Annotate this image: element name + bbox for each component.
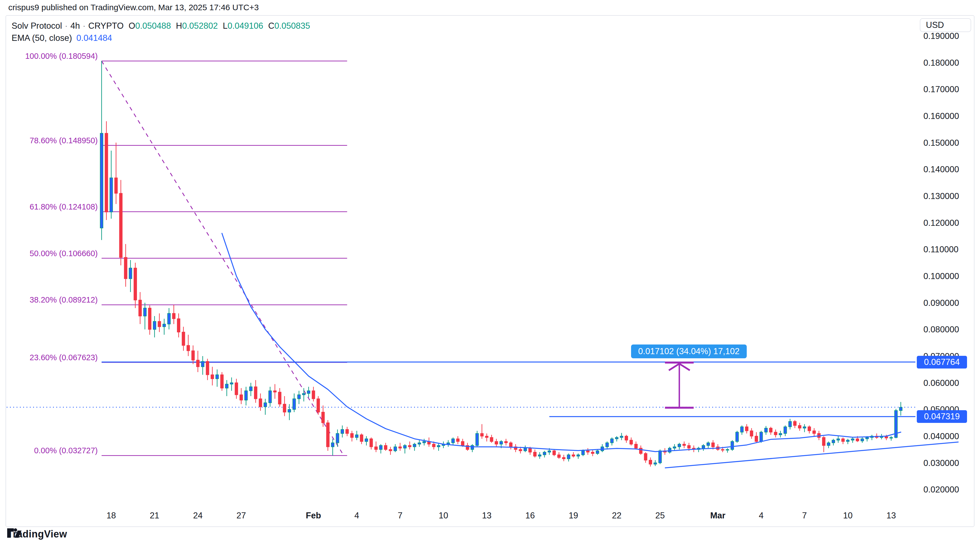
tradingview-logo[interactable]: TradingView bbox=[7, 528, 67, 540]
price-scale-label[interactable]: 0.040000 bbox=[923, 431, 959, 441]
chart-plot[interactable]: 100.00% (0.180594)78.60% (0.148950)61.80… bbox=[0, 0, 980, 546]
fib-level-label: 100.00% (0.180594) bbox=[25, 52, 98, 60]
price-scale-label[interactable]: 0.170000 bbox=[923, 84, 959, 94]
time-scale-label[interactable]: 18 bbox=[107, 511, 116, 521]
time-scale-label[interactable]: 22 bbox=[612, 511, 621, 521]
price-scale-label[interactable]: 0.130000 bbox=[923, 191, 959, 201]
currency-toggle-button[interactable]: USD bbox=[920, 18, 971, 32]
indicator-row: EMA (50, close)0.041484 bbox=[11, 32, 310, 44]
fib-level-label: 61.80% (0.124108) bbox=[30, 202, 98, 211]
price-scale-label[interactable]: 0.100000 bbox=[923, 271, 959, 281]
price-scale-label[interactable]: 0.020000 bbox=[923, 485, 959, 494]
price-label-resistance: 0.067764 bbox=[917, 356, 967, 369]
measure-tool-label[interactable]: 0.017102 (34.04%) 17,102 bbox=[631, 344, 747, 358]
price-scale-label[interactable]: 0.110000 bbox=[923, 245, 958, 254]
close-value: 0.050835 bbox=[274, 21, 310, 31]
separator-dot: · bbox=[80, 21, 88, 31]
fib-level-label: 50.00% (0.106660) bbox=[30, 249, 98, 258]
price-scale-label[interactable]: 0.080000 bbox=[923, 325, 959, 334]
time-scale-label[interactable]: 7 bbox=[802, 511, 807, 521]
legend: Solv Protocol·4h·CRYPTOO0.050488H0.05280… bbox=[11, 20, 310, 44]
high-value: 0.052802 bbox=[182, 21, 218, 31]
price-scale-label[interactable]: 0.120000 bbox=[923, 218, 959, 228]
time-scale-label[interactable]: 16 bbox=[525, 511, 535, 521]
fib-level-label: 23.60% (0.067623) bbox=[30, 353, 98, 362]
market-label: CRYPTO bbox=[88, 21, 124, 31]
price-scale-label[interactable]: 0.160000 bbox=[923, 111, 959, 121]
low-key: L bbox=[218, 21, 228, 31]
time-scale-label[interactable]: 21 bbox=[150, 511, 159, 521]
tradingview-published-chart: crispus9 published on TradingView.com, M… bbox=[0, 0, 980, 546]
fib-level-label: 0.00% (0.032727) bbox=[34, 446, 98, 455]
low-value: 0.049106 bbox=[228, 21, 263, 31]
symbol-row: Solv Protocol·4h·CRYPTOO0.050488H0.05280… bbox=[11, 20, 310, 32]
price-scale-label[interactable]: 0.060000 bbox=[923, 378, 959, 388]
high-key: H bbox=[171, 21, 182, 31]
price-scale-label[interactable]: 0.140000 bbox=[923, 164, 959, 174]
time-scale-label[interactable]: 10 bbox=[843, 511, 853, 521]
close-key: C bbox=[263, 21, 274, 31]
time-scale-label[interactable]: 25 bbox=[655, 511, 665, 521]
fib-level-label: 38.20% (0.089212) bbox=[30, 295, 98, 304]
time-scale-label[interactable]: 19 bbox=[569, 511, 578, 521]
ema-value: 0.041484 bbox=[72, 33, 112, 43]
price-scale-label[interactable]: 0.150000 bbox=[923, 138, 959, 148]
price-scale-label[interactable]: 0.190000 bbox=[923, 31, 959, 41]
interval-label[interactable]: 4h bbox=[70, 21, 80, 31]
tradingview-logo-icon bbox=[7, 528, 22, 538]
separator-dot: · bbox=[62, 21, 70, 31]
time-scale-label[interactable]: Mar bbox=[710, 511, 725, 521]
time-scale-label[interactable]: 4 bbox=[355, 511, 359, 521]
price-label-breakout: 0.047319 bbox=[917, 410, 967, 423]
time-scale-label[interactable]: 27 bbox=[237, 511, 246, 521]
time-scale-label[interactable]: 4 bbox=[759, 511, 764, 521]
price-scale-label[interactable]: 0.180000 bbox=[923, 58, 959, 68]
time-scale-label[interactable]: 13 bbox=[482, 511, 492, 521]
time-scale-label[interactable]: 24 bbox=[193, 511, 203, 521]
time-scale-label[interactable]: 13 bbox=[886, 511, 896, 521]
open-key: O bbox=[124, 21, 135, 31]
price-scale-label[interactable]: 0.030000 bbox=[923, 458, 959, 468]
candlestick-series bbox=[100, 61, 902, 466]
time-scale-label[interactable]: 10 bbox=[439, 511, 448, 521]
time-scale-label[interactable]: Feb bbox=[306, 511, 321, 521]
price-scale-label[interactable]: 0.090000 bbox=[923, 298, 959, 308]
support-trendline[interactable] bbox=[665, 442, 958, 468]
open-value: 0.050488 bbox=[135, 21, 171, 31]
time-scale-label[interactable]: 7 bbox=[398, 511, 402, 521]
fib-level-label: 78.60% (0.148950) bbox=[30, 136, 98, 145]
ema-label[interactable]: EMA (50, close) bbox=[11, 33, 72, 43]
symbol-title[interactable]: Solv Protocol bbox=[11, 21, 62, 31]
